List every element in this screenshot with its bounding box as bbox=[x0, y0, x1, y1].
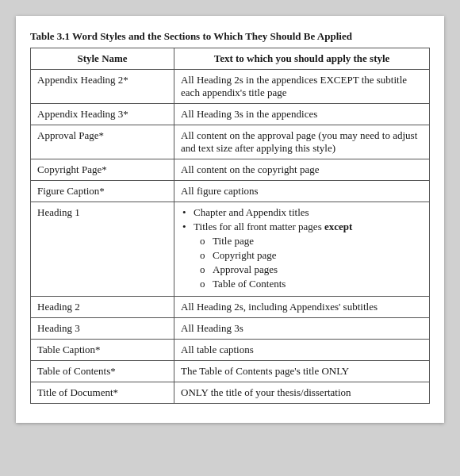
table-row: Heading 2All Heading 2s, including Appen… bbox=[31, 297, 430, 318]
cell-style-name: Approval Page* bbox=[31, 125, 174, 159]
cell-description: All table captions bbox=[174, 340, 430, 361]
table-row: Heading 1Chapter and Appendix titlesTitl… bbox=[31, 202, 430, 297]
cell-description: All Heading 2s, including Appendixes' su… bbox=[174, 297, 430, 318]
cell-style-name: Heading 2 bbox=[31, 297, 174, 318]
sub-list-item: Copyright page bbox=[194, 249, 423, 262]
table-row: Heading 3All Heading 3s bbox=[31, 318, 430, 340]
table-row: Table Caption*All table captions bbox=[31, 340, 430, 361]
sub-list-item: Title page bbox=[194, 235, 423, 248]
cell-style-name: Heading 1 bbox=[31, 202, 174, 297]
cell-description: All Heading 3s in the appendices bbox=[174, 104, 430, 125]
cell-style-name: Appendix Heading 2* bbox=[31, 70, 174, 104]
cell-style-name: Copyright Page* bbox=[31, 159, 174, 181]
cell-description: All content on the copyright page bbox=[174, 159, 430, 181]
table-row: Table of Contents*The Table of Contents … bbox=[31, 361, 430, 382]
table-row: Copyright Page*All content on the copyri… bbox=[31, 159, 430, 181]
list-item: Chapter and Appendix titles bbox=[181, 206, 423, 219]
cell-description: The Table of Contents page's title ONLY bbox=[174, 361, 430, 382]
cell-style-name: Table Caption* bbox=[31, 340, 174, 361]
styles-table: Style Name Text to which you should appl… bbox=[30, 48, 430, 404]
cell-description: ONLY the title of your thesis/dissertati… bbox=[174, 382, 430, 404]
table-row: Title of Document*ONLY the title of your… bbox=[31, 382, 430, 404]
list-item: Titles for all front matter pages except… bbox=[181, 221, 423, 290]
cell-style-name: Title of Document* bbox=[31, 382, 174, 404]
table-row: Figure Caption*All figure captions bbox=[31, 181, 430, 202]
page: Table 3.1 Word Styles and the Sections t… bbox=[16, 16, 444, 423]
cell-style-name: Figure Caption* bbox=[31, 181, 174, 202]
table-row: Appendix Heading 3*All Heading 3s in the… bbox=[31, 104, 430, 125]
cell-description: Chapter and Appendix titlesTitles for al… bbox=[174, 202, 430, 297]
table-header-row: Style Name Text to which you should appl… bbox=[31, 48, 430, 70]
cell-style-name: Table of Contents* bbox=[31, 361, 174, 382]
table-row: Appendix Heading 2*All Heading 2s in the… bbox=[31, 70, 430, 104]
cell-description: All Heading 3s bbox=[174, 318, 430, 340]
table-row: Approval Page*All content on the approva… bbox=[31, 125, 430, 159]
header-description: Text to which you should apply the style bbox=[174, 48, 430, 70]
sub-list-item: Approval pages bbox=[194, 263, 423, 276]
cell-description: All figure captions bbox=[174, 181, 430, 202]
header-style-name: Style Name bbox=[31, 48, 174, 70]
table-title: Table 3.1 Word Styles and the Sections t… bbox=[30, 30, 430, 43]
cell-style-name: Heading 3 bbox=[31, 318, 174, 340]
cell-style-name: Appendix Heading 3* bbox=[31, 104, 174, 125]
sub-list-item: Table of Contents bbox=[194, 278, 423, 290]
cell-description: All content on the approval page (you ma… bbox=[174, 125, 430, 159]
cell-description: All Heading 2s in the appendices EXCEPT … bbox=[174, 70, 430, 104]
